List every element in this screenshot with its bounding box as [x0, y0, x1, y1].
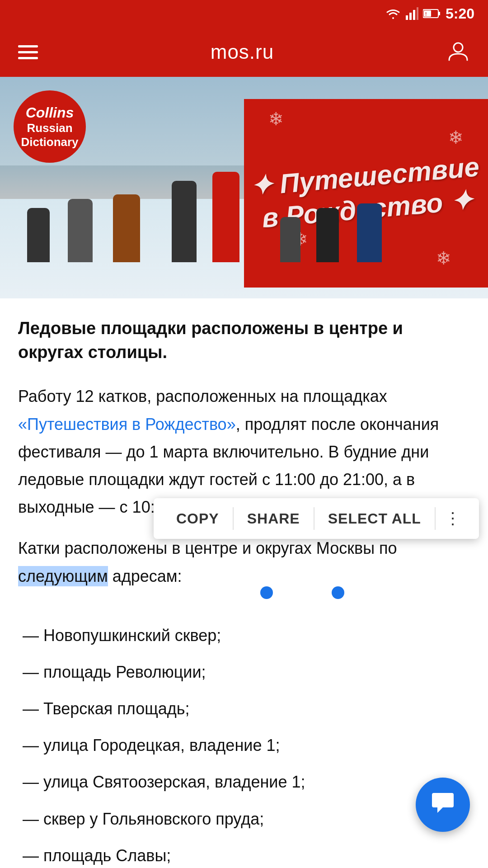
list-item-2: — площадь Революции; — [18, 658, 470, 686]
paragraph1-prefix: Работу 12 катков, расположенных на площа… — [18, 387, 387, 406]
paragraph2-suffix: адресам: — [108, 567, 182, 585]
status-time: 5:20 — [446, 5, 474, 22]
svg-rect-0 — [406, 15, 408, 20]
list-item-6: — сквер у Гольяновского пруда; — [18, 805, 470, 833]
article-paragraph-2: Катки расположены в центре и округах Мос… — [18, 534, 470, 590]
svg-rect-3 — [417, 7, 418, 20]
article-content: Ледовые площадки расположены в центре и … — [0, 298, 488, 868]
skater-figure — [280, 217, 300, 262]
status-bar: ! 5:20 — [0, 0, 488, 27]
menu-line — [18, 57, 38, 59]
fab-chat-button[interactable] — [416, 778, 470, 832]
skater-figure — [212, 172, 239, 262]
list-item-3: — Тверская площадь; — [18, 695, 470, 722]
snowflake-decoration: ❄ — [268, 108, 284, 129]
selected-word[interactable]: следующим — [18, 566, 108, 586]
logo-dictionary-text: Dictionary — [21, 135, 78, 149]
list-item-4: — улица Городецкая, владение 1; — [18, 731, 470, 759]
spacer — [18, 604, 470, 622]
chat-icon — [430, 789, 455, 820]
chat-bubble-icon — [430, 789, 455, 815]
collins-logo: Collins Russian Dictionary — [14, 90, 86, 163]
skater-figure — [27, 208, 50, 262]
copy-button[interactable]: COPY — [163, 498, 233, 539]
snowflake-decoration: ❄ — [448, 127, 464, 148]
svg-point-8 — [454, 43, 463, 52]
signal-icon — [406, 7, 418, 20]
list-item-5: — улица Святоозерская, владение 1; — [18, 768, 470, 796]
more-options-button[interactable]: ⋮ — [436, 509, 470, 528]
hero-image: ✦ Путешествиев Рождество ✦ ❄ ❄ ❄ ❄ Colli… — [0, 77, 488, 298]
menu-line — [18, 51, 38, 53]
skater-figure — [68, 199, 93, 262]
select-all-button[interactable]: SELECT ALL — [314, 498, 435, 539]
menu-line — [18, 45, 38, 47]
logo-russian-text: Russian — [27, 121, 72, 135]
selection-handle-left — [260, 586, 273, 599]
paragraph2-prefix: Катки расположены в центре и округах Мос… — [18, 539, 397, 557]
skater-figure — [172, 181, 197, 262]
skater-figure — [357, 203, 382, 262]
user-profile-button[interactable] — [446, 39, 470, 65]
list-item-1: — Новопушкинский сквер; — [18, 622, 470, 649]
skaters-scene — [0, 181, 488, 271]
user-icon — [446, 39, 470, 63]
skater-figure — [113, 194, 140, 262]
hamburger-menu-button[interactable] — [18, 45, 38, 59]
nav-bar: mos.ru — [0, 27, 488, 77]
context-menu: COPY SHARE SELECT ALL ⋮ — [154, 498, 479, 539]
list-item-7: — площадь Славы; — [18, 842, 470, 868]
skater-figure — [316, 208, 339, 262]
article-link[interactable]: «Путешествия в Рождество» — [18, 415, 236, 434]
battery-icon: ! — [423, 8, 441, 19]
paragraph-with-selection: Катки расположены в центре и округах Мос… — [18, 534, 470, 590]
svg-rect-1 — [409, 13, 412, 20]
selection-handle-right — [332, 586, 344, 599]
nav-title: mos.ru — [211, 41, 274, 63]
svg-rect-5 — [438, 12, 440, 15]
status-icons: ! — [385, 7, 441, 20]
wifi-icon — [385, 7, 401, 20]
share-button[interactable]: SHARE — [234, 498, 314, 539]
svg-rect-2 — [413, 10, 415, 20]
selection-handles — [260, 586, 344, 599]
svg-text:!: ! — [425, 12, 427, 17]
article-headline: Ледовые площадки расположены в центре и … — [18, 316, 470, 364]
logo-collins-text: Collins — [26, 104, 74, 121]
